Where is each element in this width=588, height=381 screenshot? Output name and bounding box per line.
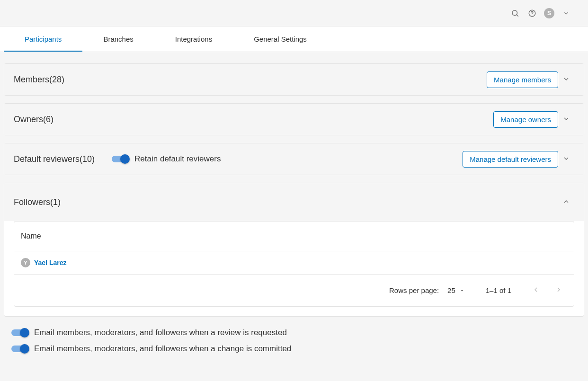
page-next-icon[interactable]	[555, 286, 562, 295]
tab-label: Branches	[103, 35, 133, 43]
manage-members-button[interactable]: Manage members	[487, 71, 558, 88]
panel-header-reviewers: Default reviewers(10) Retain default rev…	[4, 143, 584, 175]
panel-title-owners: Owners(6)	[14, 115, 53, 124]
panel-header-members: Members(28) Manage members	[4, 64, 584, 95]
expand-members-icon[interactable]	[558, 75, 574, 84]
notify-change-committed-toggle[interactable]	[11, 346, 28, 352]
pagination-range: 1–1 of 1	[486, 286, 511, 294]
tab-integrations[interactable]: Integrations	[154, 27, 233, 52]
retain-reviewers-group: Retain default reviewers	[112, 154, 221, 164]
panel-title-reviewers: Default reviewers(10)	[14, 154, 95, 164]
panel-owners: Owners(6) Manage owners	[4, 103, 584, 135]
tab-bar: Participants Branches Integrations Gener…	[0, 27, 588, 52]
follower-link[interactable]: Yael Larez	[34, 259, 67, 266]
rows-per-page-value: 25	[447, 286, 455, 294]
table-pagination: Rows per page: 25 1–1 of 1	[14, 275, 574, 306]
notify-change-committed: Email members, moderators, and followers…	[11, 344, 584, 354]
tab-label: General Settings	[254, 35, 307, 43]
notify-change-committed-label: Email members, moderators, and followers…	[34, 344, 291, 354]
expand-owners-icon[interactable]	[558, 115, 574, 124]
panel-members: Members(28) Manage members	[4, 63, 584, 96]
topbar: S	[0, 0, 588, 27]
tab-participants[interactable]: Participants	[4, 27, 82, 52]
followers-body: Name Y Yael Larez Rows per page: 25 1–1 …	[4, 221, 584, 316]
manage-reviewers-button[interactable]: Manage default reviewers	[463, 151, 558, 168]
notify-review-requested: Email members, moderators, and followers…	[11, 328, 584, 337]
notify-review-requested-label: Email members, moderators, and followers…	[34, 328, 287, 337]
follower-avatar-icon: Y	[21, 258, 30, 267]
user-avatar[interactable]: S	[541, 5, 558, 22]
page-prev-icon[interactable]	[532, 286, 540, 295]
panel-title-followers: Followers(1)	[14, 197, 61, 207]
panel-header-followers: Followers(1)	[4, 183, 584, 221]
svg-point-0	[512, 10, 517, 16]
panel-default-reviewers: Default reviewers(10) Retain default rev…	[4, 143, 584, 175]
expand-reviewers-icon[interactable]	[558, 155, 574, 164]
panel-header-owners: Owners(6) Manage owners	[4, 104, 584, 135]
help-icon[interactable]	[524, 5, 541, 22]
tab-general-settings[interactable]: General Settings	[233, 27, 328, 52]
search-icon[interactable]	[507, 5, 524, 22]
rows-per-page: Rows per page: 25	[389, 286, 465, 294]
tab-label: Integrations	[175, 35, 212, 43]
followers-table: Name Y Yael Larez Rows per page: 25 1–1 …	[14, 221, 574, 307]
content-area: Members(28) Manage members Owners(6) Man…	[0, 52, 588, 368]
notification-settings: Email members, moderators, and followers…	[4, 328, 584, 354]
svg-point-3	[532, 15, 533, 15]
table-row: Y Yael Larez	[14, 251, 574, 275]
user-menu-chevron-icon[interactable]	[558, 5, 575, 22]
table-header-name: Name	[14, 222, 574, 251]
tab-label: Participants	[25, 35, 62, 43]
svg-line-1	[517, 15, 518, 16]
avatar-initial: S	[547, 10, 551, 17]
retain-reviewers-toggle[interactable]	[112, 156, 129, 162]
tab-branches[interactable]: Branches	[82, 27, 154, 52]
panel-title-members: Members(28)	[14, 75, 64, 85]
collapse-followers-icon[interactable]	[558, 198, 574, 207]
pager-arrows	[532, 286, 562, 295]
retain-reviewers-label: Retain default reviewers	[134, 154, 221, 164]
rows-per-page-select[interactable]: 25	[447, 286, 465, 294]
notify-review-requested-toggle[interactable]	[11, 329, 28, 336]
manage-owners-button[interactable]: Manage owners	[493, 111, 558, 128]
panel-followers: Followers(1) Name Y Yael Larez Rows per …	[4, 183, 584, 317]
rows-per-page-label: Rows per page:	[389, 286, 439, 294]
